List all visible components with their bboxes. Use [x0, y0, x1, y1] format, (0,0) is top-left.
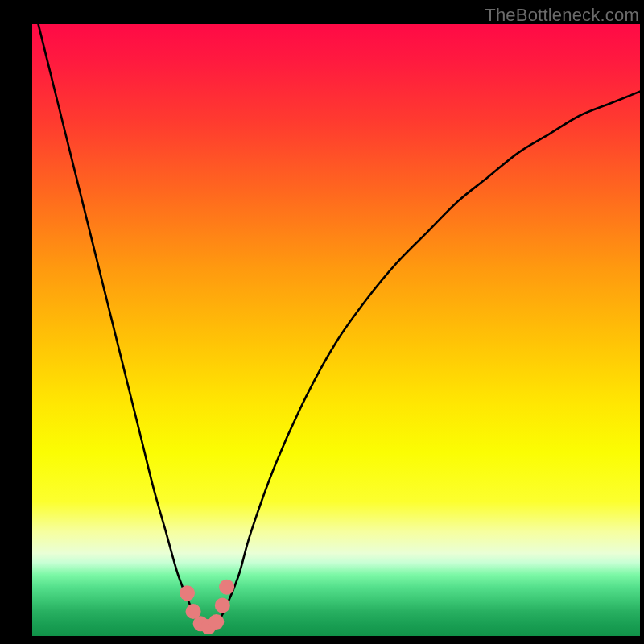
watermark-text: TheBottleneck.com [485, 5, 639, 26]
curve-marker [215, 598, 230, 613]
curve-markers [180, 580, 234, 634]
curve-marker [208, 614, 224, 630]
curve-marker [180, 585, 195, 601]
bottleneck-curve-svg [32, 24, 640, 636]
curve-marker [219, 580, 234, 595]
plot-area [32, 24, 640, 636]
chart-frame: TheBottleneck.com [0, 0, 644, 644]
bottleneck-curve [32, 0, 640, 627]
